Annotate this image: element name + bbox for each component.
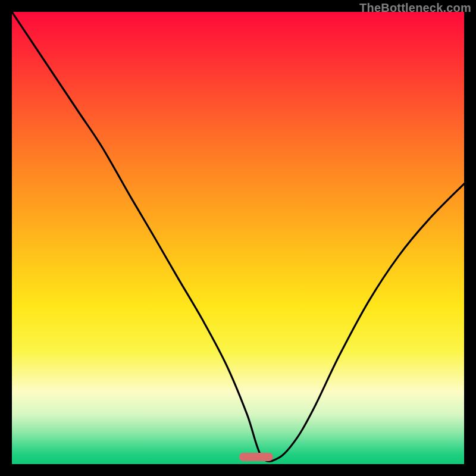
watermark-text: TheBottleneck.com	[359, 1, 471, 15]
bottleneck-curve	[12, 12, 464, 464]
root-canvas: TheBottleneck.com	[0, 0, 476, 476]
optimal-range-marker	[239, 453, 274, 461]
